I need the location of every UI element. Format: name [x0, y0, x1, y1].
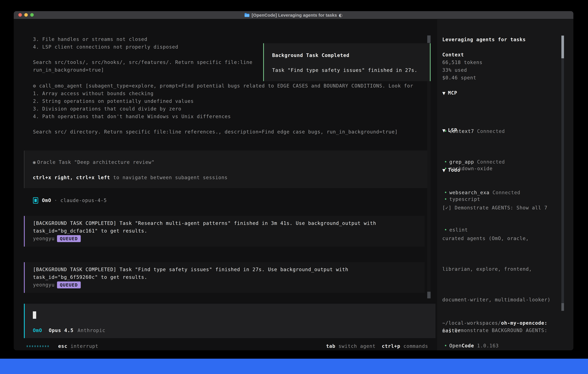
- esc-key-label: [67, 342, 71, 350]
- bottom-blue-bar: [0, 359, 588, 374]
- todo-line: [✓] Demonstrate AGENTS: Show all 7: [442, 204, 557, 212]
- agent-model: claude-opus-4-5: [60, 197, 107, 204]
- agent-header: OmO · claude-opus-4-5: [33, 197, 107, 204]
- status-left: esc interrupt: [27, 342, 98, 350]
- ctrlp-key-hint: ctrl+p: [382, 342, 400, 350]
- agent-output-text: 3. File handles or streams not closed 4.…: [33, 35, 252, 74]
- conversation-pane: 3. File handles or streams not closed 4.…: [14, 19, 440, 350]
- todo-heading: Todo: [448, 167, 460, 173]
- subagent-hint-line: ctrl+x right, ctrl+x left to navigate be…: [33, 174, 228, 181]
- todo-line: document-writer, multimodal-looker): [442, 296, 557, 303]
- notification-body: Task "Find type safety issues" finished …: [272, 66, 417, 74]
- subagent-title-line: ◉Oracle Task "Deep architecture review": [33, 158, 155, 166]
- traffic-lights: [18, 13, 36, 17]
- session-title: Leveraging agents for tasks: [442, 36, 526, 43]
- chevron-down-icon: ▼: [442, 91, 446, 96]
- lsp-section-header[interactable]: ▼LSP: [442, 126, 457, 134]
- input-provider-name: Anthropic: [78, 327, 105, 334]
- commands-label: commands: [400, 342, 428, 350]
- path-prefix: ~/local-workspaces/: [442, 320, 501, 326]
- desktop: [OpenCode] Leveraging agents for tasks ◐…: [0, 0, 588, 374]
- workspace-path: ~/local-workspaces/oh-my-opencode:master: [442, 319, 547, 334]
- agent-square-icon: [33, 197, 38, 204]
- minimize-button[interactable]: [24, 13, 28, 17]
- prompt-input[interactable]: OmO Opus 4.5 Anthropic: [24, 304, 435, 338]
- input-model-name: Opus 4.5: [49, 327, 74, 334]
- close-button[interactable]: [18, 13, 22, 17]
- message-line: task_id="bg_6f59260c" to get results.: [33, 273, 425, 281]
- sidebar: Leveraging agents for tasks Context 66,5…: [437, 19, 573, 350]
- esc-key-hint: esc: [58, 342, 67, 350]
- input-agent-name: OmO: [33, 327, 42, 334]
- session-state-icon: ◐: [339, 11, 343, 19]
- app-version: 1.0.163: [477, 343, 499, 349]
- bullet-icon: •: [444, 343, 447, 349]
- agent-name: OmO: [42, 197, 51, 204]
- sidebar-scrollbar-thumb[interactable]: [561, 36, 564, 58]
- app-name: Open: [449, 343, 462, 349]
- opencode-window: [OpenCode] Leveraging agents for tasks ◐…: [14, 11, 573, 350]
- message-line: [BACKGROUND TASK COMPLETED] Task "Resear…: [33, 219, 425, 227]
- status-right: tab switch agent ctrl+p commands: [326, 342, 428, 350]
- version-footer: •OpenCode1.0.163: [442, 342, 499, 350]
- titlebar: [OpenCode] Leveraging agents for tasks ◐: [14, 11, 573, 19]
- lsp-heading: LSP: [448, 127, 457, 133]
- chevron-down-icon: ▼: [442, 128, 446, 133]
- text-cursor: [33, 311, 36, 319]
- todo-section-header[interactable]: ▼Todo: [442, 166, 460, 174]
- repo-name: oh-my-opencode:: [501, 320, 547, 326]
- todo-line: curated agents (OmO, oracle,: [442, 235, 557, 242]
- subagent-session-card[interactable]: ◉Oracle Task "Deep architecture review" …: [24, 151, 430, 188]
- keybind-text: ctrl+x right, ctrl+x left: [33, 175, 110, 180]
- toast-notification[interactable]: Background Task Completed Task "Find typ…: [263, 43, 430, 81]
- interrupt-label: interrupt: [71, 342, 98, 350]
- message-meta: yeongyu QUEUED: [33, 281, 425, 289]
- input-status-row: OmO Opus 4.5 Anthropic: [33, 327, 105, 334]
- queued-badge: QUEUED: [57, 235, 81, 242]
- sidebar-scrollbar[interactable]: [561, 36, 564, 311]
- tab-key-hint: tab: [326, 342, 335, 350]
- background-task-message-1: [BACKGROUND TASK COMPLETED] Task "Resear…: [24, 216, 425, 247]
- mcp-server-status: Connected: [477, 128, 505, 134]
- queued-badge: QUEUED: [57, 281, 81, 288]
- tool-call-text: ⚙ call_omo_agent [subagent_type=explore,…: [33, 82, 413, 136]
- context-heading: Context: [442, 51, 464, 59]
- branch-name: master: [442, 328, 461, 333]
- scrollbar-thumb-top[interactable]: [427, 35, 430, 43]
- spinner-icon: [27, 345, 50, 347]
- author-name: yeongyu: [33, 281, 55, 289]
- mcp-heading: MCP: [448, 90, 457, 96]
- message-meta: yeongyu QUEUED: [33, 235, 425, 242]
- maximize-button[interactable]: [30, 13, 34, 17]
- subagent-title: Oracle Task "Deep architecture review": [37, 159, 155, 165]
- context-stats: 66,518 tokens 33% used $0.46 spent: [442, 59, 483, 82]
- mcp-section-header[interactable]: ▼MCP: [442, 89, 457, 97]
- sidebar-scrollbar-end: [561, 303, 564, 311]
- todo-line: librarian, explore, frontend,: [442, 265, 557, 273]
- title-group: [OpenCode] Leveraging agents for tasks ◐: [244, 11, 343, 19]
- folder-icon: [244, 13, 250, 17]
- author-name: yeongyu: [33, 235, 55, 242]
- app-name-bold: Code: [462, 343, 474, 349]
- scrollbar-thumb-bottom[interactable]: [427, 292, 430, 298]
- keybind-hint: to navigate between subagent sessions: [110, 175, 228, 180]
- message-line: task_id="bg_dcfac161" to get results.: [33, 227, 425, 235]
- notification-title: Background Task Completed: [272, 52, 349, 59]
- window-title: [OpenCode] Leveraging agents for tasks: [252, 11, 337, 19]
- separator-dot-icon: ·: [54, 197, 57, 204]
- chevron-down-icon: ▼: [442, 168, 446, 173]
- background-task-message-2: [BACKGROUND TASK COMPLETED] Task "Find t…: [24, 262, 425, 293]
- radio-icon: ◉: [33, 159, 36, 165]
- message-line: [BACKGROUND TASK COMPLETED] Task "Find t…: [33, 266, 425, 273]
- switch-agent-label: switch agent: [335, 342, 382, 350]
